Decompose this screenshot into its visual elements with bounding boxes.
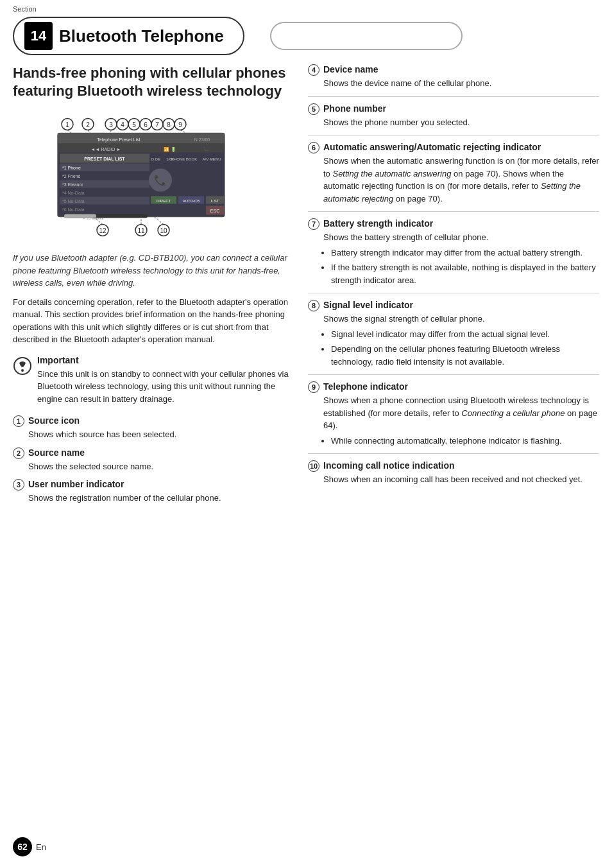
item-1-title: Source icon bbox=[28, 415, 80, 426]
item-6: 6 Automatic answering/Automatic rejectin… bbox=[308, 142, 599, 205]
item-8: 8 Signal level indicator Shows the signa… bbox=[308, 300, 599, 368]
item-4-title: Device name bbox=[323, 64, 378, 74]
svg-rect-22 bbox=[58, 144, 225, 153]
item-4-num: 4 bbox=[308, 64, 319, 76]
item-5: 5 Phone number Shows the phone number yo… bbox=[308, 103, 599, 129]
header-right-pill bbox=[270, 22, 463, 50]
item-3-num: 3 bbox=[13, 479, 24, 490]
svg-text:*3 Eleanor: *3 Eleanor bbox=[62, 182, 83, 187]
svg-text:▼ 1/2 ●●●●●●: ▼ 1/2 ●●●●●● bbox=[83, 216, 104, 220]
item-1-desc: Shows which source has been selected. bbox=[28, 428, 289, 441]
item-8-bullet-1: Signal level indicator may differ from t… bbox=[331, 328, 599, 341]
svg-text:4: 4 bbox=[121, 121, 124, 128]
item-1-num: 1 bbox=[13, 415, 24, 427]
item-3: 3 User number indicator Shows the regist… bbox=[13, 479, 289, 505]
svg-text:12: 12 bbox=[99, 227, 106, 234]
item-7-bullet-1: Battery strength indicator may differ fr… bbox=[331, 247, 599, 259]
item-9-num: 9 bbox=[308, 381, 319, 393]
important-label: Important bbox=[37, 355, 289, 365]
svg-text:*5 No-Data: *5 No-Data bbox=[62, 199, 85, 204]
svg-line-69 bbox=[154, 217, 164, 225]
item-1: 1 Source icon Shows which source has bee… bbox=[13, 415, 289, 441]
svg-text:ESC: ESC bbox=[210, 209, 219, 213]
footer: 62 En bbox=[13, 837, 46, 856]
item-6-title: Automatic answering/Automatic rejecting … bbox=[323, 142, 541, 152]
section-label: Section bbox=[13, 5, 37, 13]
svg-text:1: 1 bbox=[65, 121, 69, 128]
intro-italic: If you use Bluetooth adapter (e.g. CD-BT… bbox=[13, 252, 289, 290]
svg-text:*4 No-Data: *4 No-Data bbox=[62, 191, 85, 195]
item-5-title: Phone number bbox=[323, 103, 386, 114]
item-9-bullet: While connecting automatically, telephon… bbox=[331, 435, 599, 447]
page-title: Hands-free phoning with cellular phones … bbox=[13, 64, 289, 100]
section-title: Bluetooth Telephone bbox=[59, 26, 224, 46]
svg-text:2: 2 bbox=[86, 121, 90, 128]
item-5-num: 5 bbox=[308, 103, 319, 115]
item-7-title: Battery strength indicator bbox=[323, 218, 433, 229]
item-2-desc: Shows the selected source name. bbox=[28, 460, 289, 473]
item-7-bullet-2: If the battery strength is not available… bbox=[331, 261, 599, 286]
item-10-desc: Shows when an incoming call has been rec… bbox=[323, 473, 599, 486]
important-box: Important Since this unit is on standby … bbox=[13, 355, 289, 406]
svg-text:◄◄  RADIO  ►: ◄◄ RADIO ► bbox=[91, 147, 121, 152]
item-7-desc: Shows the battery strength of cellular p… bbox=[323, 231, 599, 244]
svg-text:PHONE BOOK: PHONE BOOK bbox=[171, 157, 197, 161]
svg-text:AUTO/CB: AUTO/CB bbox=[183, 199, 200, 203]
svg-text:📞: 📞 bbox=[154, 174, 167, 186]
item-2-title: Source name bbox=[28, 447, 85, 458]
item-6-num: 6 bbox=[308, 142, 319, 153]
svg-text:5: 5 bbox=[132, 121, 136, 128]
item-10-num: 10 bbox=[308, 460, 319, 472]
svg-text:9: 9 bbox=[178, 121, 182, 128]
intro-normal: For details concerning operation, refer … bbox=[13, 296, 289, 346]
item-6-desc: Shows when the automatic answering funct… bbox=[323, 155, 599, 205]
item-8-desc: Shows the signal strength of cellular ph… bbox=[323, 313, 599, 326]
item-10-title: Incoming call notice indication bbox=[323, 460, 455, 471]
item-10: 10 Incoming call notice indication Shows… bbox=[308, 460, 599, 486]
important-desc: Since this unit is on standby to connect… bbox=[37, 368, 289, 406]
item-3-desc: Shows the registration number of the cel… bbox=[28, 492, 289, 505]
item-5-desc: Shows the phone number you selected. bbox=[323, 116, 599, 129]
item-9: 9 Telephone indicator Shows when a phone… bbox=[308, 381, 599, 447]
item-8-title: Signal level indicator bbox=[323, 300, 413, 310]
item-4: 4 Device name Shows the device name of t… bbox=[308, 64, 599, 90]
svg-text:DIRECT: DIRECT bbox=[157, 199, 171, 203]
svg-text:L.ST: L.ST bbox=[211, 199, 219, 203]
section-number: 14 bbox=[24, 22, 53, 50]
item-7: 7 Battery strength indicator Shows the b… bbox=[308, 218, 599, 286]
svg-text:D.DE: D.DE bbox=[151, 157, 160, 161]
svg-point-71 bbox=[21, 369, 24, 372]
item-8-bullet-2: Depending on the cellular phones featuri… bbox=[331, 343, 599, 368]
svg-text:Telephone Preset List: Telephone Preset List bbox=[97, 137, 140, 143]
svg-text:📞: 📞 bbox=[203, 146, 208, 152]
item-4-desc: Shows the device name of the cellular ph… bbox=[323, 77, 599, 90]
svg-text:*1 Phone: *1 Phone bbox=[62, 166, 81, 170]
item-2-num: 2 bbox=[13, 447, 24, 459]
svg-text:📶 🔋: 📶 🔋 bbox=[164, 146, 176, 152]
item-2: 2 Source name Shows the selected source … bbox=[13, 447, 289, 473]
svg-text:A/V MENU: A/V MENU bbox=[202, 157, 221, 161]
svg-text:8: 8 bbox=[167, 121, 171, 128]
page-number: 62 bbox=[13, 837, 32, 856]
language-label: En bbox=[36, 842, 46, 852]
important-icon bbox=[13, 356, 32, 376]
item-7-bullets: Battery strength indicator may differ fr… bbox=[331, 247, 599, 287]
svg-text:6: 6 bbox=[144, 121, 148, 128]
svg-text:*2 Friend: *2 Friend bbox=[62, 174, 81, 178]
item-9-desc: Shows when a phone connection using Blue… bbox=[323, 394, 599, 447]
svg-text:N 23/00: N 23/00 bbox=[194, 137, 210, 142]
diagram: 1 2 3 4 5 6 7 8 bbox=[42, 111, 260, 241]
svg-text:*6 No-Data: *6 No-Data bbox=[62, 207, 85, 212]
item-9-title: Telephone indicator bbox=[323, 381, 408, 392]
svg-text:3: 3 bbox=[109, 121, 113, 128]
svg-text:11: 11 bbox=[137, 227, 145, 234]
item-8-bullets: Signal level indicator may differ from t… bbox=[331, 328, 599, 369]
section-header-pill: 14 Bluetooth Telephone bbox=[13, 17, 244, 55]
svg-text:7: 7 bbox=[155, 121, 159, 128]
svg-text:PRESET DIAL LIST: PRESET DIAL LIST bbox=[84, 157, 125, 161]
item-8-num: 8 bbox=[308, 300, 319, 311]
svg-text:10: 10 bbox=[160, 227, 167, 234]
item-7-num: 7 bbox=[308, 218, 319, 230]
item-3-title: User number indicator bbox=[28, 479, 124, 489]
